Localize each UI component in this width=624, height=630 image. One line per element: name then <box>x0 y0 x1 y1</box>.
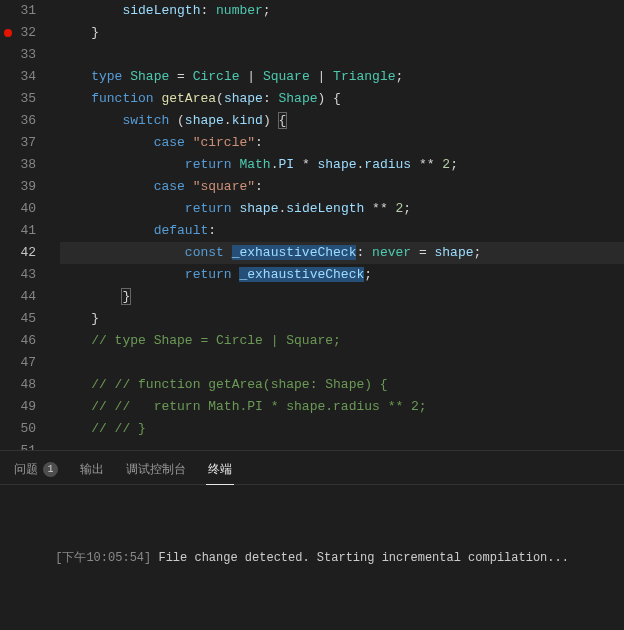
code-line[interactable]: return _exhaustiveCheck; <box>60 264 624 286</box>
code-area[interactable]: sideLength: number; } type Shape = Circl… <box>50 0 624 450</box>
line-number[interactable]: 32 <box>0 22 50 44</box>
panel-tabs: 问题1输出调试控制台终端 <box>0 451 624 485</box>
code-line[interactable]: } <box>60 308 624 330</box>
line-number[interactable]: 48 <box>0 374 50 396</box>
line-number[interactable]: 31 <box>0 0 50 22</box>
terminal-output[interactable]: [下午10:05:54] File change detected. Start… <box>0 485 624 630</box>
tab-label: 问题 <box>14 461 38 478</box>
line-number[interactable]: 38 <box>0 154 50 176</box>
log-status: File change detected. Starting increment… <box>151 551 569 565</box>
code-line[interactable] <box>60 440 624 450</box>
code-line[interactable]: default: <box>60 220 624 242</box>
line-number[interactable]: 39 <box>0 176 50 198</box>
line-number[interactable]: 40 <box>0 198 50 220</box>
line-number[interactable]: 47 <box>0 352 50 374</box>
code-line[interactable]: switch (shape.kind) { <box>60 110 624 132</box>
code-line[interactable]: // // } <box>60 418 624 440</box>
line-number[interactable]: 43 <box>0 264 50 286</box>
line-number[interactable]: 44 <box>0 286 50 308</box>
code-line[interactable]: return Math.PI * shape.radius ** 2; <box>60 154 624 176</box>
code-line[interactable]: type Shape = Circle | Square | Triangle; <box>60 66 624 88</box>
tab-label: 输出 <box>80 461 104 478</box>
line-number[interactable]: 35 <box>0 88 50 110</box>
code-line[interactable]: } <box>60 286 624 308</box>
tab-label: 终端 <box>208 461 232 478</box>
code-line[interactable] <box>60 44 624 66</box>
code-line[interactable]: // // return Math.PI * shape.radius ** 2… <box>60 396 624 418</box>
line-number[interactable]: 34 <box>0 66 50 88</box>
line-number[interactable]: 37 <box>0 132 50 154</box>
tab-problems[interactable]: 问题1 <box>12 457 60 484</box>
line-number[interactable]: 45 <box>0 308 50 330</box>
code-line[interactable]: sideLength: number; <box>60 0 624 22</box>
line-gutter[interactable]: 3132333435363738394041424344454647484950… <box>0 0 50 450</box>
code-line[interactable] <box>60 352 624 374</box>
code-line[interactable]: case "circle": <box>60 132 624 154</box>
line-number[interactable]: 46 <box>0 330 50 352</box>
code-line[interactable]: // // function getArea(shape: Shape) { <box>60 374 624 396</box>
code-line[interactable]: const _exhaustiveCheck: never = shape; <box>60 242 624 264</box>
line-number[interactable]: 36 <box>0 110 50 132</box>
tab-output[interactable]: 输出 <box>78 457 106 484</box>
line-number[interactable]: 50 <box>0 418 50 440</box>
bottom-panel: 问题1输出调试控制台终端 [下午10:05:54] File change de… <box>0 450 624 630</box>
tab-terminal[interactable]: 终端 <box>206 457 234 485</box>
log-timestamp: [下午10:05:54] <box>55 551 151 565</box>
tab-debug[interactable]: 调试控制台 <box>124 457 188 484</box>
line-number[interactable]: 51 <box>0 440 50 450</box>
code-line[interactable]: function getArea(shape: Shape) { <box>60 88 624 110</box>
line-number[interactable]: 49 <box>0 396 50 418</box>
line-number[interactable]: 42 <box>0 242 50 264</box>
tab-badge: 1 <box>43 462 58 477</box>
editor: 3132333435363738394041424344454647484950… <box>0 0 624 450</box>
code-line[interactable]: // type Shape = Circle | Square; <box>60 330 624 352</box>
code-line[interactable]: } <box>60 22 624 44</box>
line-number[interactable]: 41 <box>0 220 50 242</box>
tab-label: 调试控制台 <box>126 461 186 478</box>
code-line[interactable]: return shape.sideLength ** 2; <box>60 198 624 220</box>
code-line[interactable]: case "square": <box>60 176 624 198</box>
line-number[interactable]: 33 <box>0 44 50 66</box>
